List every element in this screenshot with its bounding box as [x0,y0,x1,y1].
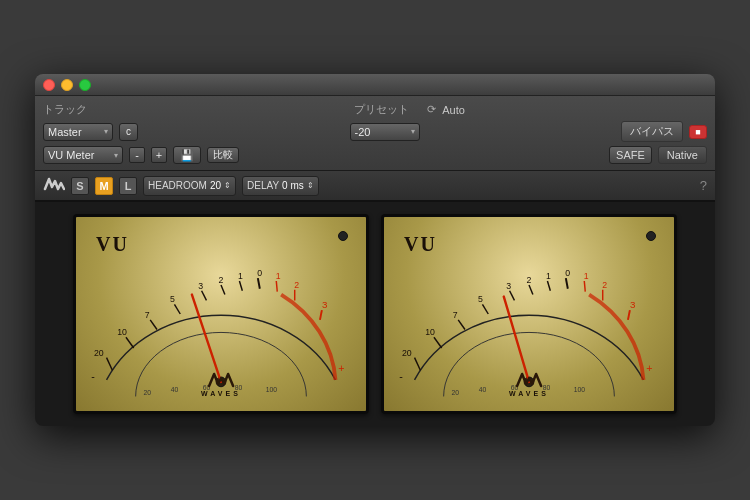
right-vu-meter: VU 20 10 7 5 [381,214,677,414]
sync-icon: ⟳ [427,103,436,116]
svg-line-0 [107,358,113,371]
delay-value: 0 ms [282,180,304,191]
svg-text:3: 3 [630,299,635,310]
svg-text:20: 20 [144,389,152,396]
right-meter-face: VU 20 10 7 5 [384,217,674,411]
left-vu-meter: VU 20 [73,214,369,414]
svg-line-47 [584,281,585,292]
control-row-1: トラック プリセット ⟳ Auto [43,102,707,117]
svg-text:2: 2 [527,275,532,285]
svg-line-41 [529,285,533,295]
save-button[interactable]: 💾 [173,146,201,164]
svg-text:5: 5 [478,294,483,304]
svg-line-37 [482,304,488,314]
track-arrow: ▾ [104,127,108,136]
svg-line-10 [221,285,225,295]
svg-line-12 [239,281,242,291]
svg-text:100: 100 [266,386,278,393]
svg-line-31 [415,358,421,371]
svg-line-8 [202,291,207,301]
svg-text:10: 10 [425,327,435,337]
preset-arrow: ▾ [411,127,415,136]
right-waves-text: WAVES [509,390,549,397]
svg-text:+: + [338,362,344,374]
headroom-value: 20 [210,180,221,191]
plugin-window: トラック プリセット ⟳ Auto Master ▾ c -20 ▾ バイパス [35,74,715,426]
left-waves-brand: WAVES [201,370,241,397]
svg-text:10: 10 [117,327,127,337]
track-dropdown[interactable]: Master ▾ [43,123,113,141]
headroom-label: HEADROOM [148,180,207,191]
native-button[interactable]: Native [658,146,707,164]
left-meter-face: VU 20 [76,217,366,411]
plugin-arrow: ▾ [114,151,118,160]
minus-button[interactable]: - [129,147,145,163]
delay-label: DELAY [247,180,279,191]
svg-line-2 [126,337,134,348]
svg-text:40: 40 [479,386,487,393]
svg-line-16 [276,281,277,292]
svg-text:-: - [91,370,95,382]
delay-control[interactable]: DELAY 0 ms ⇕ [242,176,319,196]
svg-text:0: 0 [565,268,570,278]
l-button[interactable]: L [119,177,137,195]
minimize-button[interactable] [61,79,73,91]
svg-text:100: 100 [574,386,586,393]
svg-line-6 [174,304,180,314]
svg-line-14 [258,278,260,289]
svg-text:40: 40 [171,386,179,393]
track-value: Master [48,126,82,138]
svg-text:1: 1 [238,271,243,281]
svg-text:7: 7 [145,310,150,320]
traffic-lights [43,79,91,91]
control-row-2: Master ▾ c -20 ▾ バイパス ■ [43,121,707,142]
svg-text:7: 7 [453,310,458,320]
svg-text:5: 5 [170,294,175,304]
controls-area: トラック プリセット ⟳ Auto Master ▾ c -20 ▾ バイパス [35,96,715,171]
svg-text:3: 3 [506,281,511,291]
close-button[interactable] [43,79,55,91]
svg-text:1: 1 [546,271,551,281]
plugin-name: VU Meter [48,149,94,161]
svg-line-39 [510,291,515,301]
svg-text:2: 2 [294,280,299,290]
left-waves-text: WAVES [201,390,241,397]
control-row-3: VU Meter ▾ - + 💾 比較 SAFE Native [43,146,707,164]
headroom-spinner[interactable]: ⇕ [224,181,231,190]
svg-text:+: + [646,362,652,374]
plus-button[interactable]: + [151,147,167,163]
help-button[interactable]: ? [700,178,707,193]
bypass-button[interactable]: バイパス [621,121,683,142]
safe-button[interactable]: SAFE [609,146,652,164]
s-button[interactable]: S [71,177,89,195]
svg-line-43 [547,281,550,291]
svg-line-20 [320,310,322,320]
waves-logo [43,175,65,196]
headroom-control[interactable]: HEADROOM 20 ⇕ [143,176,236,196]
svg-line-35 [458,320,465,330]
svg-line-4 [150,320,157,330]
maximize-button[interactable] [79,79,91,91]
svg-text:1: 1 [276,271,281,281]
preset-dropdown[interactable]: -20 ▾ [350,123,420,141]
preset-label: プリセット [341,102,421,117]
svg-line-33 [434,337,442,348]
m-button[interactable]: M [95,177,113,195]
svg-text:3: 3 [322,299,327,310]
compare-button[interactable]: 比較 [207,147,239,163]
close-red-button[interactable]: ■ [689,125,707,139]
svg-line-51 [628,310,630,320]
svg-text:20: 20 [452,389,460,396]
svg-text:-: - [399,370,403,382]
svg-text:0: 0 [257,268,262,278]
svg-text:20: 20 [94,348,104,358]
delay-spinner[interactable]: ⇕ [307,181,314,190]
svg-text:1: 1 [584,271,589,281]
svg-text:2: 2 [219,275,224,285]
key-button[interactable]: c [119,123,138,141]
auto-label: Auto [442,104,465,116]
titlebar [35,74,715,96]
preset-value: -20 [355,126,371,138]
svg-line-45 [566,278,568,289]
plugin-dropdown[interactable]: VU Meter ▾ [43,146,123,164]
